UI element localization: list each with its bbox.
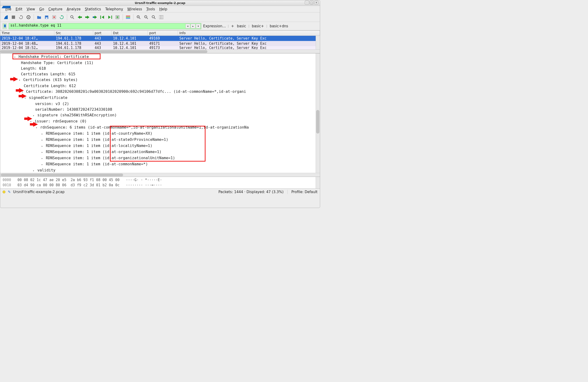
- svg-line-16: [139, 18, 140, 19]
- packet-row[interactable]: 2019-12-04 18:48… 194.61.1.178 443 10.12…: [0, 41, 320, 46]
- packet-bytes-pane[interactable]: 0000 00 08 02 1c 47 ae 20 e5 2a b6 93 f1…: [0, 177, 320, 188]
- open-file-icon[interactable]: [36, 14, 42, 21]
- stop-capture-icon[interactable]: [10, 14, 17, 21]
- tree-rdn-item[interactable]: RDNSequence item: 1 item (id-at-countryN…: [0, 131, 320, 137]
- status-bar: ✎ Ursnif-traffic-example-2.pcap Packets:…: [0, 188, 320, 195]
- filter-dropdown-icon[interactable]: ▾: [196, 24, 201, 28]
- tree-rdn-item[interactable]: RDNSequence item: 1 item (id-at-locality…: [0, 143, 320, 149]
- tree-issuer[interactable]: issuer: rdnSequence (0): [0, 118, 320, 125]
- menu-help[interactable]: Help: [159, 7, 167, 11]
- filter-basicdns-button[interactable]: basic+dns: [269, 23, 289, 29]
- go-last-icon[interactable]: [107, 14, 113, 21]
- go-first-icon[interactable]: [99, 14, 106, 21]
- hex-vscrollbar[interactable]: [316, 177, 320, 188]
- details-vscrollbar[interactable]: [316, 53, 320, 173]
- zoom-out-icon[interactable]: [143, 14, 149, 21]
- menu-analyze[interactable]: Analyze: [67, 7, 81, 11]
- hex-offset: 0000: [2, 178, 11, 182]
- annotation-arrow-icon: [22, 94, 27, 98]
- column-info[interactable]: Info: [178, 31, 320, 36]
- go-forward-icon[interactable]: [84, 14, 91, 21]
- filter-apply-icon[interactable]: ▸: [191, 24, 195, 28]
- capture-options-icon[interactable]: [25, 14, 32, 21]
- packet-row[interactable]: 2019-12-04 18:52… 194.61.1.178 443 10.12…: [0, 46, 320, 49]
- tree-certificates-length[interactable]: Certificates Length: 615: [0, 71, 320, 77]
- column-dport[interactable]: port: [148, 31, 178, 36]
- filter-plus-button[interactable]: +: [231, 23, 235, 29]
- zoom-in-icon[interactable]: [135, 14, 142, 21]
- go-to-packet-icon[interactable]: [92, 14, 98, 21]
- filter-basicplus-button[interactable]: basic+: [252, 23, 265, 29]
- tree-length[interactable]: Length: 618: [0, 66, 320, 71]
- close-button[interactable]: ✕: [314, 1, 318, 4]
- menu-telephony[interactable]: Telephony: [105, 7, 123, 11]
- hex-ascii: ········ ···=····: [126, 183, 162, 187]
- find-packet-icon[interactable]: [69, 14, 76, 21]
- menu-tools[interactable]: Tools: [147, 7, 155, 11]
- menu-capture[interactable]: Capture: [48, 7, 63, 11]
- tree-certificates[interactable]: Certificates (615 bytes): [0, 77, 320, 83]
- tree-serialnumber[interactable]: serialNumber: 14308720247234330108: [0, 107, 320, 112]
- tree-certificate[interactable]: Certificate: 30820260308201c9a0030201020…: [0, 89, 320, 95]
- expert-info-icon[interactable]: [2, 191, 5, 193]
- annotation-arrow-icon: [13, 77, 18, 82]
- column-src[interactable]: Src: [54, 31, 93, 36]
- svg-rect-4: [46, 17, 47, 19]
- reload-file-icon[interactable]: [58, 14, 65, 21]
- menu-statistics[interactable]: Statistics: [85, 7, 101, 11]
- menubar: File Edit View Go Capture Analyze Statis…: [0, 6, 320, 12]
- column-dst[interactable]: Dst: [112, 31, 148, 36]
- maximize-button[interactable]: ▢: [310, 1, 314, 4]
- menu-view[interactable]: View: [27, 7, 35, 11]
- expression-button[interactable]: Expression…: [203, 24, 226, 28]
- tree-handshake-type[interactable]: Handshake Type: Certificate (11): [0, 60, 320, 66]
- tree-signature[interactable]: signature (sha256WithRSAEncryption): [0, 112, 320, 118]
- tree-certificate-length[interactable]: Certificate Length: 612: [0, 83, 320, 89]
- svg-point-22: [152, 16, 154, 18]
- tree-version[interactable]: version: v3 (2): [0, 101, 320, 107]
- restart-capture-icon[interactable]: [18, 14, 24, 21]
- status-packets: Packets: 1444 · Displayed: 47 (3.3%): [218, 190, 284, 194]
- column-time[interactable]: Time: [0, 31, 54, 36]
- svg-rect-9: [100, 16, 101, 19]
- close-file-icon[interactable]: [51, 14, 57, 21]
- capture-file-properties-icon[interactable]: ✎: [8, 190, 11, 194]
- save-file-icon[interactable]: [43, 14, 50, 21]
- colorize-icon[interactable]: [125, 14, 131, 21]
- filter-bar: ssl.handshake.type eq 11 ✕ ▸ ▾ Expressio…: [0, 22, 320, 30]
- menu-wireless[interactable]: Wireless: [127, 7, 142, 11]
- menu-go[interactable]: Go: [39, 7, 44, 11]
- annotation-arrow-icon: [19, 88, 24, 93]
- hex-offset: 0010: [2, 183, 11, 187]
- auto-scroll-icon[interactable]: [114, 14, 121, 21]
- start-capture-icon[interactable]: [2, 14, 9, 21]
- minimize-button[interactable]: –: [305, 1, 309, 4]
- svg-line-7: [73, 18, 74, 19]
- packet-row[interactable]: 2019-12-04 18:47… 194.61.1.178 443 10.12…: [0, 36, 320, 41]
- menu-edit[interactable]: Edit: [16, 7, 22, 11]
- svg-rect-12: [126, 16, 130, 17]
- details-hscrollbar[interactable]: [0, 173, 320, 177]
- svg-point-6: [71, 16, 73, 18]
- tree-rdnsequence[interactable]: rdnSequence: 6 items (id-at-commonName=*…: [0, 125, 320, 131]
- packet-list-hscrollbar[interactable]: [0, 49, 320, 53]
- column-sport[interactable]: port: [93, 31, 112, 36]
- tree-rdn-item[interactable]: RDNSequence item: 1 item (id-at-stateOrP…: [0, 137, 320, 143]
- tree-rdn-item[interactable]: RDNSequence item: 1 item (id-at-organiza…: [0, 149, 320, 155]
- filter-basic-button[interactable]: basic: [236, 23, 247, 29]
- toolbar: [0, 12, 320, 22]
- window-title: Ursnif-traffic-example-2.pcap: [0, 1, 320, 5]
- go-back-icon[interactable]: [77, 14, 83, 21]
- svg-rect-14: [126, 18, 130, 19]
- filter-bookmark-icon[interactable]: [2, 23, 7, 29]
- filter-clear-icon[interactable]: ✕: [186, 24, 190, 28]
- zoom-reset-icon[interactable]: [150, 14, 157, 21]
- status-profile[interactable]: Profile: Default: [292, 190, 317, 194]
- resize-columns-icon[interactable]: [158, 14, 165, 21]
- tree-rdn-item[interactable]: RDNSequence item: 1 item (id-at-organiza…: [0, 155, 320, 161]
- tree-rdn-item[interactable]: RDNSequence item: 1 item (id-at-commonNa…: [0, 161, 320, 167]
- packet-list-vscrollbar[interactable]: [316, 36, 320, 49]
- tree-handshake-protocol[interactable]: Handshake Protocol: Certificate: [0, 54, 320, 60]
- tree-signedcertificate[interactable]: signedCertificate: [0, 95, 320, 101]
- display-filter-input[interactable]: ssl.handshake.type eq 11 ✕ ▸ ▾: [9, 23, 201, 29]
